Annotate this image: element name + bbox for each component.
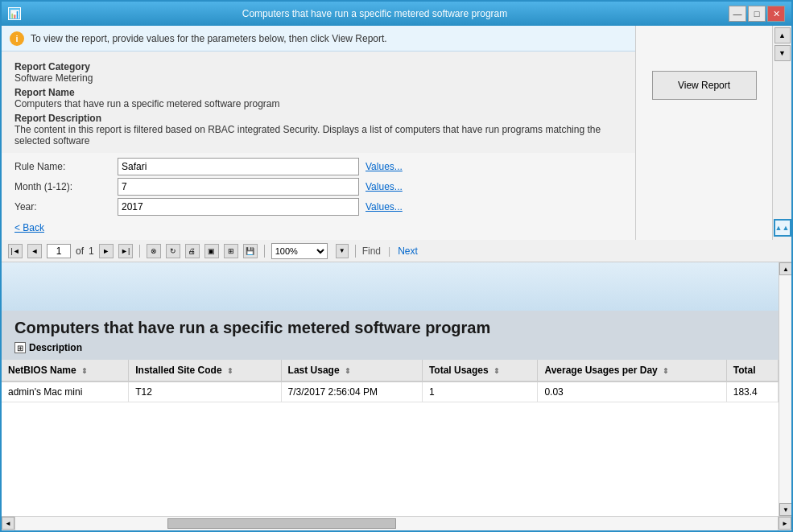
col-avg-usages-label: Average Usages per Day <box>544 365 657 376</box>
col-site-code[interactable]: Installed Site Code ⇕ <box>129 360 281 381</box>
category-label: Report Category <box>14 61 622 72</box>
year-row: Year: Values... <box>14 198 622 216</box>
scroll-down-btn[interactable]: ▼ <box>774 45 791 61</box>
report-details: Report Category Software Metering Report… <box>2 52 635 153</box>
report-toolbar: |◄ ◄ of 1 ► ►| ⊗ ↻ 🖨 ▣ ⊞ 💾 100% 25% 50% … <box>2 240 791 262</box>
find-label: Find <box>362 245 381 257</box>
cell-last-usage: 7/3/2017 2:56:04 PM <box>281 381 422 402</box>
h-scroll-right-btn[interactable]: ► <box>779 517 791 530</box>
cell-site-code: T12 <box>129 381 281 402</box>
month-label: Month (1-12): <box>14 181 111 192</box>
col-total-usages[interactable]: Total Usages ⇕ <box>422 360 538 381</box>
h-scrollbar-thumb[interactable] <box>167 518 396 529</box>
table-header-row: NetBIOS Name ⇕ Installed Site Code ⇕ Las… <box>2 360 779 381</box>
main-window: 📊 Computers that have run a specific met… <box>0 0 793 532</box>
rule-name-label: Rule Name: <box>14 161 111 172</box>
prev-page-btn[interactable]: ◄ <box>27 244 42 258</box>
col-netbios[interactable]: NetBIOS Name ⇕ <box>2 360 129 381</box>
category-value: Software Metering <box>14 72 622 84</box>
report-content: Computers that have run a specific meter… <box>2 262 779 516</box>
cell-avg-usages: 0.03 <box>538 381 726 402</box>
zoom-dropdown-btn[interactable]: ▼ <box>336 244 349 258</box>
window-icon: 📊 <box>8 7 21 20</box>
print-btn[interactable]: 🖨 <box>185 244 200 258</box>
month-input[interactable] <box>118 178 359 196</box>
maximize-button[interactable]: □ <box>748 6 766 22</box>
cell-total: 183.4 <box>726 381 778 402</box>
col-last-usage-sort: ⇕ <box>345 367 351 375</box>
title-bar: 📊 Computers that have run a specific met… <box>2 2 791 26</box>
report-desc-value: The content in this report is filtered b… <box>14 124 622 146</box>
top-scroll-area: ▲ ▼ ▲▲ <box>772 26 791 240</box>
stop-btn[interactable]: ⊗ <box>147 244 161 258</box>
last-page-btn[interactable]: ►| <box>118 244 133 258</box>
col-netbios-sort: ⇕ <box>81 367 88 375</box>
first-page-btn[interactable]: |◄ <box>8 244 23 258</box>
col-total-label: Total <box>733 365 756 376</box>
toolbar-sep-1 <box>139 245 140 258</box>
year-input[interactable] <box>118 198 359 216</box>
month-values-link[interactable]: Values... <box>366 181 403 192</box>
table-row: admin's Mac mini T12 7/3/2017 2:56:04 PM… <box>2 381 779 402</box>
scrollbar-track[interactable] <box>779 275 791 503</box>
info-bar: i To view the report, provide values for… <box>2 26 635 52</box>
horizontal-scrollbar-area: ◄ ► <box>2 516 791 530</box>
minimize-button[interactable]: — <box>729 6 746 22</box>
rule-name-input[interactable] <box>118 158 359 175</box>
col-avg-usages[interactable]: Average Usages per Day ⇕ <box>538 360 726 381</box>
next-page-btn[interactable]: ► <box>99 244 114 258</box>
back-row: < Back <box>14 219 622 237</box>
zoom-select[interactable]: 100% 25% 50% 75% 150% 200% <box>271 243 328 259</box>
description-toggle[interactable]: ⊞ Description <box>14 342 766 353</box>
report-name-value: Computers that have run a specific meter… <box>14 98 622 109</box>
view-btn[interactable]: ⊞ <box>224 244 238 258</box>
h-scroll-left-btn[interactable]: ◄ <box>2 517 14 530</box>
window-title: Computers that have run a specific meter… <box>21 8 729 19</box>
next-link[interactable]: Next <box>398 245 418 257</box>
layout-btn[interactable]: ▣ <box>204 244 219 258</box>
cell-netbios: admin's Mac mini <box>2 381 129 402</box>
scroll-up-btn[interactable]: ▲ <box>774 27 791 43</box>
col-total-usages-sort: ⇕ <box>494 367 500 375</box>
col-site-code-sort: ⇕ <box>227 367 233 375</box>
page-total: 1 <box>89 245 94 257</box>
vertical-scrollbar[interactable]: ▲ ▼ <box>779 262 791 516</box>
back-link[interactable]: < Back <box>14 219 44 237</box>
page-of-label: of <box>76 245 84 257</box>
report-name-label: Report Name <box>14 87 622 98</box>
col-last-usage-label: Last Usage <box>288 365 340 376</box>
data-table: NetBIOS Name ⇕ Installed Site Code ⇕ Las… <box>2 360 779 402</box>
cell-total-usages: 1 <box>422 381 538 402</box>
scroll-up-button[interactable]: ▲ <box>779 262 791 275</box>
col-last-usage[interactable]: Last Usage ⇕ <box>281 360 422 381</box>
right-panel: View Report <box>635 26 772 240</box>
report-area: Computers that have run a specific meter… <box>2 262 791 516</box>
description-toggle-icon: ⊞ <box>14 342 26 353</box>
year-values-link[interactable]: Values... <box>366 201 403 212</box>
data-table-area: NetBIOS Name ⇕ Installed Site Code ⇕ Las… <box>2 360 779 402</box>
info-message: To view the report, provide values for t… <box>31 33 387 44</box>
top-left: i To view the report, provide values for… <box>2 26 635 240</box>
toolbar-sep-3 <box>355 245 356 258</box>
params-section: Rule Name: Values... Month (1-12): Value… <box>2 153 635 240</box>
scroll-down-button[interactable]: ▼ <box>779 503 791 516</box>
toolbar-sep-2 <box>264 245 265 258</box>
top-section: i To view the report, provide values for… <box>2 26 791 240</box>
close-button[interactable]: ✕ <box>767 6 785 22</box>
report-gradient-header <box>2 262 779 311</box>
col-site-code-label: Installed Site Code <box>135 365 221 376</box>
view-report-button[interactable]: View Report <box>652 71 757 100</box>
export-btn[interactable]: 💾 <box>243 244 258 258</box>
collapse-button[interactable]: ▲▲ <box>774 219 791 237</box>
page-number-input[interactable] <box>47 244 71 258</box>
report-desc-label: Report Description <box>14 113 622 124</box>
h-scrollbar-track[interactable] <box>14 517 779 530</box>
month-row: Month (1-12): Values... <box>14 178 622 196</box>
col-total-usages-label: Total Usages <box>429 365 489 376</box>
rule-name-row: Rule Name: Values... <box>14 158 622 175</box>
col-netbios-label: NetBIOS Name <box>8 365 76 376</box>
rule-name-values-link[interactable]: Values... <box>366 161 403 172</box>
refresh-btn[interactable]: ↻ <box>166 244 180 258</box>
description-label: Description <box>29 342 82 353</box>
col-avg-usages-sort: ⇕ <box>663 367 669 375</box>
